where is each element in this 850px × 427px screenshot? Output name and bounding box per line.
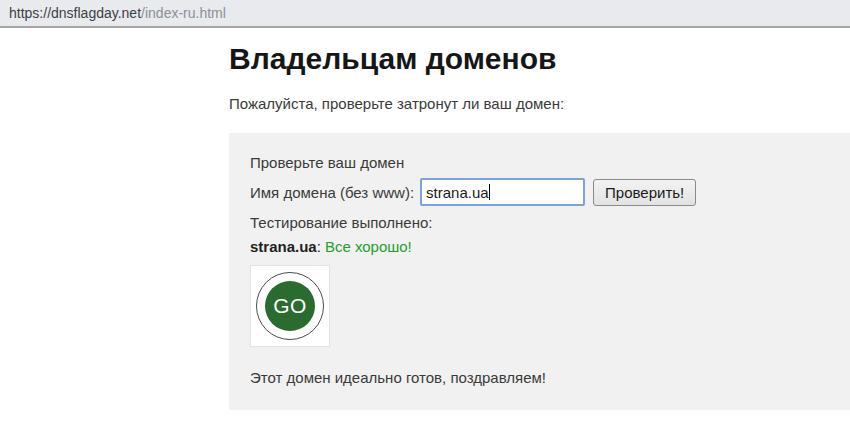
domain-checker-panel: Проверьте ваш домен Имя домена (без www)…: [229, 133, 850, 410]
page-content: Владельцам доменов Пожалуйста, проверьте…: [0, 41, 850, 410]
domain-check-form: Имя домена (без www): Проверить!: [250, 178, 830, 206]
url-path: /index-ru.html: [141, 5, 226, 21]
go-badge-label: GO: [273, 294, 307, 318]
go-badge-tile: GO: [250, 265, 330, 347]
result-domain: strana.ua: [250, 238, 317, 255]
intro-text: Пожалуйста, проверьте затронут ли ваш до…: [229, 95, 850, 113]
go-badge-icon: GO: [256, 272, 324, 340]
domain-input-label: Имя домена (без www):: [250, 184, 414, 201]
url-domain: https://dnsflagday.net: [9, 5, 141, 21]
domain-input-wrap: [420, 178, 585, 206]
domain-input[interactable]: [420, 178, 585, 206]
checker-heading: Проверьте ваш домен: [250, 154, 830, 172]
page-title: Владельцам доменов: [229, 41, 850, 77]
go-badge-circle: GO: [265, 281, 315, 331]
result-separator: :: [317, 238, 321, 255]
result-status: Все хорошо!: [325, 238, 412, 255]
browser-url-bar[interactable]: https://dnsflagday.net/index-ru.html: [0, 0, 850, 28]
conclusion-text: Этот домен идеально готов, поздравляем!: [250, 369, 830, 387]
text-caret: [489, 184, 490, 200]
result-heading: Тестирование выполнено:: [250, 214, 830, 232]
check-button[interactable]: Проверить!: [593, 179, 696, 206]
result-line: strana.ua:Все хорошо!: [250, 238, 830, 256]
